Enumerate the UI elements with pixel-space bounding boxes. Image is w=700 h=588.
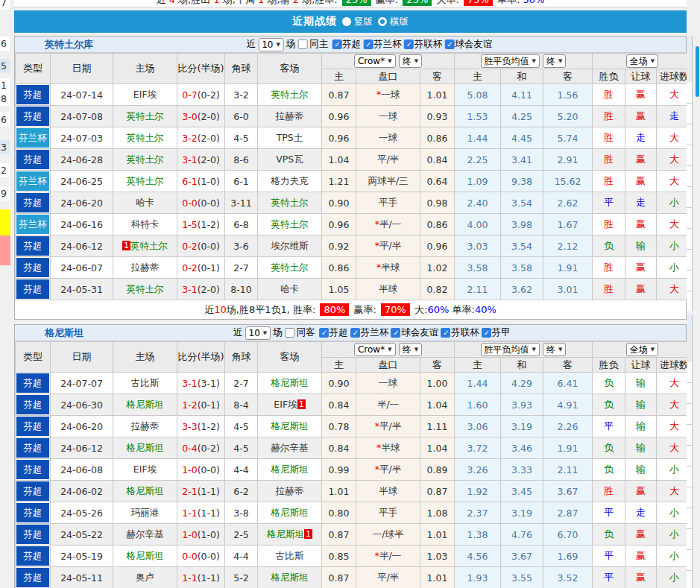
stats-summary-top: 近 4 场,胜出 1 场,平局 1 场,输 2 场,胜率: 25% 赢率: 25… [14, 0, 687, 7]
cell-home-team: 格尼斯坦 [113, 546, 177, 567]
odds-source-select[interactable]: Crow*▼ [354, 54, 396, 68]
cell-asian-home-odds: 0.96 [322, 214, 356, 235]
cell-result: 胜 [593, 127, 625, 149]
cell-asian-home-odds: 0.90 [322, 373, 356, 394]
odds-final-select[interactable]: 终▼ [399, 343, 422, 356]
cell-handicap-result: 赢 [625, 257, 657, 279]
euro-final-select[interactable]: 终▼ [543, 54, 566, 68]
cell-result: 胜 [593, 257, 625, 279]
odds-final-select[interactable]: 终▼ [399, 54, 422, 68]
cell-asian-handicap: *平/半 [356, 235, 420, 257]
scope-select[interactable]: 全场▼ [626, 54, 658, 68]
cell-home-team: 英特土尔 [113, 106, 177, 127]
layout-option-vertical[interactable]: 竖版 [342, 16, 373, 28]
cell-date: 24-06-28 [51, 149, 113, 171]
stat-text: 赢率: [373, 0, 402, 5]
cell-asian-handicap: 平手 [356, 502, 420, 524]
row-number-cell: 9 [0, 186, 10, 200]
league-checkbox[interactable] [404, 39, 414, 49]
cell-home-team: 格尼斯坦 [113, 394, 177, 416]
cell-result: 胜 [593, 84, 625, 106]
cell-score: 1-0(0-0) [177, 459, 225, 481]
euro-avg-select[interactable]: 胜平负均值▼ [481, 343, 540, 356]
league-checkbox[interactable] [444, 39, 454, 49]
cell-asian-home-odds: 1.04 [322, 149, 356, 171]
league-checkbox[interactable] [363, 39, 373, 49]
radio-horizontal-label: 横版 [390, 16, 409, 28]
league-checkbox-group: 芬超芬兰杯芬联杯球会友谊 [332, 38, 494, 51]
near-count-select[interactable]: 10▼ [245, 326, 271, 340]
cell-handicap-result: 赢 [625, 567, 657, 588]
cell-asian-away-odds: 0.89 [420, 459, 455, 481]
euro-avg-select[interactable]: 胜平负均值▼ [481, 54, 540, 68]
league-checkbox[interactable] [482, 328, 491, 338]
scrollbar-thumb[interactable] [696, 46, 699, 97]
cell-result: 负 [593, 459, 625, 481]
cell-euro-home-odds: 1.38 [455, 524, 501, 546]
cell-corners: 2-7 [225, 257, 258, 279]
cell-euro-home-odds: 2.25 [455, 149, 501, 171]
col-corner: 角球 [225, 54, 258, 84]
result-header: 全场▼ [593, 54, 693, 69]
cell-league-type: 芬超 [16, 192, 51, 214]
near-count-select[interactable]: 10▼ [258, 38, 284, 51]
layout-option-horizontal[interactable]: 横版 [378, 16, 409, 28]
cell-euro-draw-odds: 3.54 [501, 192, 543, 214]
match-row: 芬超24-06-12格尼斯坦0-4(0-2)4-5赫尔辛基0.84*半球1.04… [16, 437, 693, 459]
table2-title-row: 格尼斯坦 近 10▼ 场 同客 芬超芬兰杯球会友谊芬联杯芬甲 [15, 325, 686, 341]
cell-handicap-result: 输 [625, 235, 657, 257]
league-checkbox[interactable] [350, 328, 360, 338]
same-venue-checkbox[interactable] [285, 328, 294, 338]
radio-vertical-icon[interactable] [342, 17, 351, 26]
cell-home-team: 拉赫蒂 [113, 257, 177, 279]
euro-final-select[interactable]: 终▼ [543, 343, 566, 356]
cell-euro-draw-odds: 9.38 [501, 171, 543, 192]
cell-score: 0-0(0-0) [177, 192, 225, 214]
odds-source-select[interactable]: Crow*▼ [354, 343, 396, 356]
league-checkbox[interactable] [441, 328, 450, 338]
cell-away-team: EIF埃1 [258, 394, 322, 416]
cell-home-team: 科特卡 [113, 214, 177, 235]
cell-asian-home-odds: 0.80 [322, 502, 356, 524]
cell-asian-away-odds: 0.98 [420, 192, 455, 214]
cell-date: 24-06-08 [51, 459, 113, 481]
league-label: 芬联杯 [414, 38, 443, 51]
cell-asian-home-odds: 0.96 [322, 106, 356, 127]
cell-asian-home-odds: 0.84 [322, 394, 356, 416]
cell-handicap-result: 赢 [625, 149, 657, 171]
cell-euro-away-odds: 1.56 [543, 84, 593, 106]
cell-handicap-result: 赢 [625, 524, 657, 546]
match-row: 芬超24-06-02格尼斯坦2-1(1-1)6-2拉赫蒂1.01半球0.871.… [16, 481, 693, 502]
cell-euro-away-odds: 15.62 [543, 171, 593, 192]
same-venue-checkbox[interactable] [297, 39, 307, 49]
cell-score: 0-0(0-0) [177, 546, 225, 567]
row-number-cell: 8 [0, 92, 10, 106]
radio-horizontal-icon[interactable] [378, 17, 387, 26]
cell-result: 胜 [593, 106, 625, 127]
cell-euro-draw-odds: 4.45 [501, 127, 543, 149]
league-checkbox[interactable] [332, 39, 341, 49]
cell-corners: 4-4 [225, 459, 258, 481]
match-table: 类型 日期 主场 比分(半场) 角球 客场 Crow*▼ 终▼ 胜平负均值▼ 终… [15, 53, 693, 300]
rank-badge: 1 [122, 241, 130, 250]
col-euro-away: 客 [543, 358, 593, 373]
col-asian-home: 主 [322, 69, 356, 84]
scope-select[interactable]: 全场▼ [626, 343, 658, 356]
cell-asian-home-odds: 0.87 [322, 567, 356, 588]
cell-result: 平 [593, 567, 625, 588]
league-checkbox[interactable] [391, 328, 400, 338]
league-label: 芬超 [329, 326, 348, 339]
stat-text: 近 [204, 304, 214, 315]
chevron-down-icon: ▼ [532, 347, 536, 353]
cell-asian-away-odds: 1.01 [420, 84, 455, 106]
cell-handicap-result: 输 [625, 437, 657, 459]
cell-handicap-result: 走 [625, 192, 657, 214]
cell-result: 负 [593, 373, 625, 394]
row-number-cell: 7 [0, 0, 10, 10]
match-row: 芬超24-06-20哈卡0-0(0-0)3-11英特土尔0.90平手0.982.… [16, 192, 693, 214]
cell-date: 24-06-20 [51, 192, 113, 214]
league-checkbox[interactable] [319, 328, 329, 338]
cell-score: 1-0(1-0) [177, 524, 225, 546]
cell-score: 0-4(0-2) [177, 437, 225, 459]
cell-euro-home-odds: 5.08 [455, 84, 501, 106]
